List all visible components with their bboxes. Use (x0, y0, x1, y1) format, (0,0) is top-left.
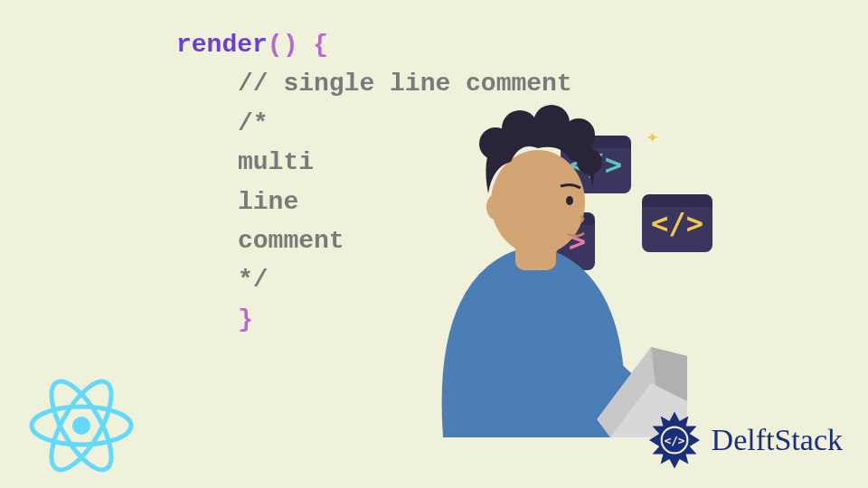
delftstack-logo: </> DelftStack (643, 408, 843, 472)
code-line-1: render() { (176, 25, 572, 64)
multi-comment-l3: comment (238, 227, 344, 255)
delftstack-brand-text: DelftStack (712, 423, 843, 457)
parens: () (268, 31, 298, 59)
multi-comment-l1: multi (238, 148, 314, 176)
svg-point-5 (562, 118, 595, 151)
keyword-render: render (176, 31, 268, 59)
person-coding-illustration (380, 76, 687, 437)
react-logo-icon (27, 377, 136, 474)
svg-point-10 (72, 417, 90, 435)
brace-open: { (297, 31, 328, 59)
multi-comment-close: */ (238, 266, 269, 294)
svg-point-3 (502, 110, 538, 146)
multi-comment-l2: line (238, 188, 298, 216)
svg-text:</>: </> (664, 434, 684, 447)
delftstack-badge-icon: </> (643, 408, 706, 472)
svg-point-6 (577, 149, 602, 174)
svg-point-8 (566, 196, 573, 205)
svg-point-7 (486, 194, 505, 220)
brace-close: } (238, 305, 253, 333)
multi-comment-open: /* (238, 109, 269, 137)
